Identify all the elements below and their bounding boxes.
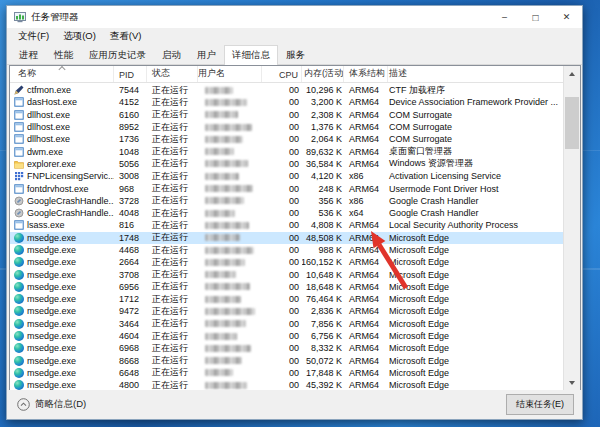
process-description: Activation Licensing Service <box>388 170 563 182</box>
process-architecture: ARM64 <box>344 281 388 293</box>
table-row[interactable]: msedge.exe1712正在运行0076,464 KARM64Microso… <box>10 293 563 305</box>
process-description: 桌面窗口管理器 <box>388 145 563 157</box>
table-row[interactable]: dllhost.exe6160正在运行002,308 KARM64COM Sur… <box>10 109 563 121</box>
column-header-arch[interactable]: 体系结构 <box>344 66 388 82</box>
minimize-button[interactable]: – <box>489 6 520 28</box>
process-pid: 4152 <box>114 96 147 108</box>
table-row-selected[interactable]: msedge.exe1748正在运行0048,508 KARM64Microso… <box>10 232 563 244</box>
end-task-button[interactable]: 结束任务(E) <box>506 394 574 415</box>
table-row[interactable]: msedge.exe3464正在运行007,856 KARM64Microsof… <box>10 318 563 330</box>
table-row[interactable]: lsass.exe816正在运行004,808 KARM64Local Secu… <box>10 219 563 231</box>
process-name: msedge.exe <box>27 368 76 378</box>
tab-details[interactable]: 详细信息 <box>224 45 278 65</box>
memory-value: 4,120 K <box>311 171 342 181</box>
table-row[interactable]: msedge.exe6648正在运行0017,848 KARM64Microso… <box>10 367 563 379</box>
table-row[interactable]: msedge.exe2664正在运行00160,152 KARM64Micros… <box>10 256 563 268</box>
column-header-mem[interactable]: 内存(活动的... <box>302 66 344 82</box>
menu-file[interactable]: 文件(F) <box>11 29 56 44</box>
process-name-cell: msedge.exe <box>10 232 114 244</box>
tab-users[interactable]: 用户 <box>189 45 224 65</box>
memory-value: 10,648 K <box>306 270 342 280</box>
redacted-username <box>205 320 246 327</box>
process-architecture: ARM64 <box>344 84 388 96</box>
table-row[interactable]: ctfmon.exe7544正在运行0010,296 KARM64CTF 加载程… <box>10 84 563 96</box>
scroll-down-button[interactable] <box>564 375 580 391</box>
process-pid: 1748 <box>114 232 147 244</box>
process-name: explorer.exe <box>27 159 76 169</box>
process-pid: 816 <box>114 219 147 231</box>
tab-services[interactable]: 服务 <box>278 45 313 65</box>
process-architecture: ARM64 <box>344 330 388 342</box>
redacted-username <box>205 259 245 266</box>
edge-icon <box>14 257 24 267</box>
fewer-details-toggle[interactable]: 简略信息(D) <box>17 398 86 411</box>
menu-view[interactable]: 查看(V) <box>103 29 149 44</box>
column-header-status[interactable]: 状态 <box>147 66 198 82</box>
process-cpu: 00 <box>262 219 302 231</box>
table-row[interactable]: msedge.exe3708正在运行0010,648 KARM64Microso… <box>10 268 563 280</box>
process-name-cell: ctfmon.exe <box>10 84 114 96</box>
redacted-username <box>205 148 234 155</box>
process-name: msedge.exe <box>27 282 76 292</box>
close-button[interactable]: ✕ <box>551 6 582 28</box>
footer-bar: 简略信息(D) 结束任务(E) <box>7 390 582 419</box>
maximize-button[interactable]: □ <box>520 6 551 28</box>
table-row[interactable]: dwm.exe1048正在运行0089,632 KARM64桌面窗口管理器 <box>10 145 563 157</box>
process-user <box>198 342 262 354</box>
table-row[interactable]: FNPLicensingServic...3008正在运行004,120 Kx8… <box>10 170 563 182</box>
tab-app-history[interactable]: 应用历史记录 <box>81 45 154 65</box>
process-description: Microsoft Edge <box>388 318 563 330</box>
process-user <box>198 84 262 96</box>
table-row[interactable]: msedge.exe4604正在运行006,756 KARM64Microsof… <box>10 330 563 342</box>
table-row[interactable]: explorer.exe5056正在运行0036,584 KARM64Windo… <box>10 158 563 170</box>
scroll-up-button[interactable] <box>564 66 580 82</box>
process-name: dllhost.exe <box>27 134 70 144</box>
process-user <box>198 281 262 293</box>
table-row[interactable]: GoogleCrashHandle...3728正在运行00356 Kx86Go… <box>10 195 563 207</box>
process-name-cell: GoogleCrashHandle... <box>10 195 114 207</box>
process-description: Google Crash Handler <box>388 207 563 219</box>
table-row[interactable]: fontdrvhost.exe968正在运行00248 KARM64Usermo… <box>10 182 563 194</box>
memory-value: 89,632 K <box>306 147 342 157</box>
column-header-name[interactable]: 名称 <box>10 66 114 82</box>
tab-bar: 进程性能应用历史记录启动用户详细信息服务 <box>7 45 582 65</box>
vertical-scrollbar[interactable] <box>563 66 580 391</box>
process-user <box>198 109 262 121</box>
process-cpu: 00 <box>262 232 302 244</box>
process-cpu: 00 <box>262 244 302 256</box>
table-row[interactable]: dllhost.exe8952正在运行001,376 KARM64COM Sur… <box>10 121 563 133</box>
table-row[interactable]: msedge.exe6968正在运行008,332 KARM64Microsof… <box>10 342 563 354</box>
process-user <box>198 158 262 170</box>
process-name-cell: dwm.exe <box>10 145 114 157</box>
process-name-cell: dasHost.exe <box>10 96 114 108</box>
process-description: COM Surrogate <box>388 133 563 145</box>
process-description: Microsoft Edge <box>388 293 563 305</box>
column-header-user[interactable]: 用户名 <box>198 66 262 82</box>
column-header-desc[interactable]: 描述 <box>388 66 567 82</box>
table-row[interactable]: msedge.exe9472正在运行002,836 KARM64Microsof… <box>10 305 563 317</box>
table-row[interactable]: dasHost.exe4152正在运行003,200 KARM64Device … <box>10 96 563 108</box>
process-name-cell: msedge.exe <box>10 318 114 330</box>
scrollbar-thumb[interactable] <box>565 97 579 149</box>
tab-startup[interactable]: 启动 <box>154 45 189 65</box>
process-name: msedge.exe <box>27 306 76 316</box>
table-row[interactable]: msedge.exe6956正在运行0018,648 KARM64Microso… <box>10 281 563 293</box>
tab-performance[interactable]: 性能 <box>46 45 81 65</box>
process-pid: 6648 <box>114 367 147 379</box>
column-label: 体系结构 <box>349 67 385 80</box>
redacted-username <box>205 136 243 143</box>
process-architecture: ARM64 <box>344 96 388 108</box>
menu-options[interactable]: 选项(O) <box>56 29 103 44</box>
table-row[interactable]: dllhost.exe1736正在运行002,064 KARM64COM Sur… <box>10 133 563 145</box>
process-architecture: ARM64 <box>344 219 388 231</box>
process-description: Microsoft Edge <box>388 281 563 293</box>
column-header-cpu[interactable]: CPU <box>262 66 302 82</box>
process-status: 正在运行 <box>147 268 198 280</box>
tab-processes[interactable]: 进程 <box>11 45 46 65</box>
table-row[interactable]: GoogleCrashHandle...4048正在运行00536 Kx64Go… <box>10 207 563 219</box>
process-memory: 48,508 K <box>302 232 344 244</box>
memory-value: 988 K <box>318 245 342 255</box>
table-row[interactable]: msedge.exe8668正在运行0050,072 KARM64Microso… <box>10 355 563 367</box>
table-row[interactable]: msedge.exe4468正在运行00988 KARM64Microsoft … <box>10 244 563 256</box>
column-header-pid[interactable]: PID <box>114 66 147 82</box>
